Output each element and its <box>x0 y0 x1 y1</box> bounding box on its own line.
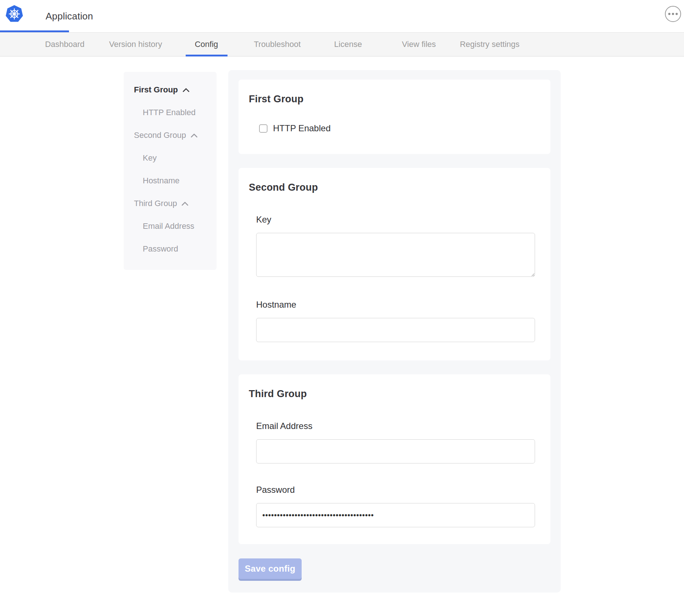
application-tab-label: Application <box>46 11 93 22</box>
tab-dashboard[interactable]: Dashboard <box>29 33 100 56</box>
kubernetes-logo-icon <box>5 4 23 23</box>
chevron-up-icon <box>190 133 198 138</box>
config-group-second: Second Group Key Hostname <box>239 168 550 360</box>
tab-config[interactable]: Config <box>171 33 242 56</box>
save-config-button[interactable]: Save config <box>239 558 302 579</box>
tab-troubleshoot[interactable]: Troubleshoot <box>242 33 313 56</box>
hostname-field: Hostname <box>256 300 533 342</box>
app-header: Application <box>0 0 684 32</box>
http-enabled-checkbox[interactable] <box>259 124 268 133</box>
sidebar-item-key[interactable]: Key <box>134 153 217 163</box>
sidebar-item-http-enabled[interactable]: HTTP Enabled <box>134 108 217 117</box>
active-tab-indicator <box>0 30 69 32</box>
sidebar-item-third-group[interactable]: Third Group <box>134 199 217 208</box>
tab-license[interactable]: License <box>313 33 383 56</box>
sidebar-item-email-address[interactable]: Email Address <box>134 221 217 231</box>
tab-registry-settings[interactable]: Registry settings <box>454 33 525 56</box>
tab-view-files[interactable]: View files <box>383 33 454 56</box>
config-panel: First Group HTTP Enabled Second Group Ke… <box>228 70 561 593</box>
group-title: First Group <box>249 94 540 105</box>
sidebar-item-first-group[interactable]: First Group <box>134 85 217 95</box>
chevron-up-icon <box>182 88 190 92</box>
application-tab[interactable]: Application <box>35 0 104 32</box>
group-title: Second Group <box>249 182 540 193</box>
http-enabled-label: HTTP Enabled <box>273 123 331 133</box>
key-label: Key <box>256 214 533 225</box>
email-address-field: Email Address <box>256 421 533 463</box>
config-group-first: First Group HTTP Enabled <box>239 80 550 154</box>
chevron-up-icon <box>181 201 189 206</box>
key-textarea[interactable] <box>256 233 535 277</box>
sidebar-item-hostname[interactable]: Hostname <box>134 176 217 186</box>
email-address-label: Email Address <box>256 421 533 431</box>
sidebar-item-password[interactable]: Password <box>134 244 217 254</box>
app-subnav: Dashboard Version history Config Trouble… <box>0 32 684 56</box>
key-field: Key <box>256 214 533 278</box>
hostname-label: Hostname <box>256 300 533 310</box>
password-field: Password <box>256 485 533 527</box>
config-page: First Group HTTP Enabled Second Group Ke… <box>0 56 684 616</box>
hostname-input[interactable] <box>256 318 535 342</box>
config-group-third: Third Group Email Address Password <box>239 374 550 544</box>
http-enabled-row[interactable]: HTTP Enabled <box>259 123 540 133</box>
password-input[interactable] <box>256 503 535 527</box>
tab-version-history[interactable]: Version history <box>100 33 171 56</box>
sidebar-item-second-group[interactable]: Second Group <box>134 131 217 140</box>
overflow-menu-button[interactable] <box>665 6 681 22</box>
group-title: Third Group <box>249 388 540 400</box>
config-sidebar: First Group HTTP Enabled Second Group Ke… <box>124 72 217 270</box>
email-address-input[interactable] <box>256 439 535 463</box>
password-label: Password <box>256 485 533 495</box>
ellipsis-icon <box>668 13 670 15</box>
